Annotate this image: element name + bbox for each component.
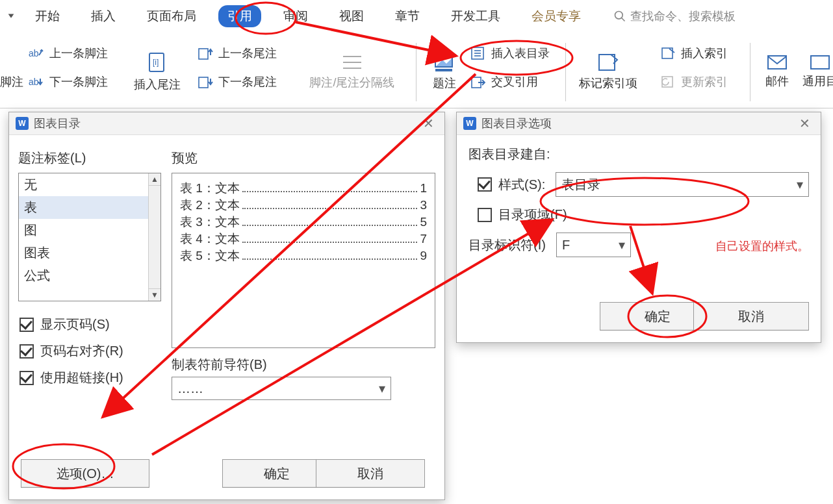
svg-point-0 xyxy=(615,12,623,19)
insert-tof-icon xyxy=(470,46,486,60)
menu-devtools[interactable]: 开发工具 xyxy=(442,5,509,27)
insert-index-button[interactable]: 插入索引 xyxy=(660,45,728,61)
endnote-next-icon xyxy=(198,75,213,89)
preview-box: 表 1：文本1 表 2：文本3 表 3：文本5 表 4：文本7 表 5：文本9 xyxy=(172,173,435,348)
checkbox-entry-field[interactable]: 目录项域(F) xyxy=(478,206,567,223)
dialog1-title: 图表目录 xyxy=(34,116,81,131)
mail-button[interactable]: 邮件 xyxy=(759,42,795,101)
general-label: 通用目 xyxy=(802,73,833,89)
app-menubar: 开始 插入 页面布局 引用 审阅 视图 章节 开发工具 会员专享 查找命令、搜索… xyxy=(0,0,833,32)
scroll-up-icon[interactable]: ▲ xyxy=(149,173,160,186)
list-item[interactable]: 表 xyxy=(19,196,160,219)
dropdown-caret-icon[interactable] xyxy=(6,12,16,21)
footnote-separator-label: 脚注/尾注分隔线 xyxy=(309,75,394,90)
svg-text:[i]: [i] xyxy=(153,58,159,67)
preview-row-label: 表 3：文本 xyxy=(180,214,240,231)
app-icon: W xyxy=(463,117,476,130)
prev-footnote-button[interactable]: ab 上一条脚注 xyxy=(29,45,108,61)
checkbox-show-page-label: 显示页码(S) xyxy=(40,316,110,333)
menu-review[interactable]: 审阅 xyxy=(274,5,317,27)
insert-endnote-button[interactable]: [i] 插入尾注 xyxy=(134,42,181,101)
menu-sections[interactable]: 章节 xyxy=(386,5,429,27)
ok-button[interactable]: 确定 xyxy=(222,459,331,488)
checkbox-icon xyxy=(19,371,34,385)
svg-line-1 xyxy=(622,18,625,21)
list-item[interactable]: 图 xyxy=(19,219,160,242)
checkbox-right-align-label: 页码右对齐(R) xyxy=(40,342,123,360)
checkbox-style[interactable]: 样式(S): xyxy=(478,176,545,194)
identifier-value: F xyxy=(562,238,570,253)
menu-member[interactable]: 会员专享 xyxy=(522,5,590,27)
prev-endnote-button[interactable]: 上一条尾注 xyxy=(198,45,277,61)
menu-insert[interactable]: 插入 xyxy=(82,5,125,27)
footnote-separator-button[interactable]: 脚注/尾注分隔线 xyxy=(300,42,404,101)
footnote-prev-icon: ab xyxy=(29,46,44,60)
svg-rect-23 xyxy=(811,56,829,69)
mark-index-button[interactable]: 标记索引项 xyxy=(574,42,642,101)
preview-row-label: 表 4：文本 xyxy=(180,231,240,247)
list-item[interactable]: 图表 xyxy=(19,242,160,264)
mail-label: 邮件 xyxy=(765,73,789,89)
list-item[interactable]: 公式 xyxy=(19,264,160,287)
style-select[interactable]: 表目录 ▾ xyxy=(556,172,809,197)
scroll-down-icon[interactable]: ▼ xyxy=(149,288,160,301)
red-annotation-text: 自己设置的样式。 xyxy=(715,238,809,254)
next-endnote-button[interactable]: 下一条尾注 xyxy=(198,74,277,90)
app-icon: W xyxy=(16,117,29,130)
general-icon xyxy=(809,54,831,71)
general-button[interactable]: 通用目 xyxy=(803,42,833,101)
cross-ref-button[interactable]: 交叉引用 xyxy=(470,74,538,90)
prev-footnote-label: 上一条脚注 xyxy=(49,45,108,61)
svg-rect-21 xyxy=(662,77,673,87)
chevron-down-icon: ▾ xyxy=(797,177,803,192)
dialog1-titlebar[interactable]: W 图表目录 ✕ xyxy=(9,112,444,135)
preview-row-page: 5 xyxy=(420,215,427,229)
caption-label-heading: 题注标签(L) xyxy=(18,149,86,167)
checkbox-right-align[interactable]: 页码右对齐(R) xyxy=(19,342,123,360)
footnote-tail-text: 脚注 xyxy=(0,74,23,90)
menu-layout[interactable]: 页面布局 xyxy=(138,5,205,27)
checkbox-icon xyxy=(478,208,492,222)
insert-tof-button[interactable]: 插入表目录 xyxy=(470,45,550,61)
menu-view[interactable]: 视图 xyxy=(330,5,373,27)
checkbox-show-page[interactable]: 显示页码(S) xyxy=(19,316,123,333)
command-search-placeholder: 查找命令、搜索模板 xyxy=(630,8,736,24)
caption-icon xyxy=(433,52,455,73)
preview-heading: 预览 xyxy=(172,149,198,167)
checkbox-use-link-label: 使用超链接(H) xyxy=(40,369,123,386)
caption-button[interactable]: 题注 xyxy=(425,42,464,101)
command-search[interactable]: 查找命令、搜索模板 xyxy=(613,8,736,24)
options-button[interactable]: 选项(O)… xyxy=(21,459,149,488)
menu-home[interactable]: 开始 xyxy=(26,5,69,27)
insert-endnote-icon: [i] xyxy=(146,51,169,74)
mark-index-label: 标记索引项 xyxy=(579,75,637,91)
checkbox-use-link[interactable]: 使用超链接(H) xyxy=(19,369,123,386)
tab-leader-select[interactable]: …… ▾ xyxy=(172,377,391,400)
style-value: 表目录 xyxy=(561,176,600,194)
dialog1-close-button[interactable]: ✕ xyxy=(419,116,438,131)
checkbox-style-label: 样式(S): xyxy=(498,176,545,194)
ribbon: ab 上一条脚注 脚注 ab 下一条脚注 [i] 插入尾注 上一条尾注 下一条尾… xyxy=(0,36,833,108)
dialog2-titlebar[interactable]: W 图表目录选项 ✕ xyxy=(457,112,821,135)
dialog2-close-button[interactable]: ✕ xyxy=(795,116,814,131)
menu-references[interactable]: 引用 xyxy=(218,5,261,27)
svg-rect-22 xyxy=(768,56,786,69)
svg-rect-7 xyxy=(199,77,208,88)
footnote-next-icon: ab xyxy=(29,75,44,89)
tab-leader-heading: 制表符前导符(B) xyxy=(172,356,267,373)
caption-label-listbox[interactable]: 无 表 图 图表 公式 ▲ ▼ xyxy=(18,173,161,301)
cancel-button[interactable]: 取消 xyxy=(316,459,425,488)
footnote-tail-label[interactable]: 脚注 xyxy=(0,74,23,90)
cross-ref-label: 交叉引用 xyxy=(491,74,538,90)
list-item[interactable]: 无 xyxy=(19,173,160,196)
update-index-button[interactable]: 更新索引 xyxy=(660,74,728,90)
chevron-down-icon: ▾ xyxy=(619,237,625,253)
insert-index-label: 插入索引 xyxy=(681,45,728,61)
cancel-button[interactable]: 取消 xyxy=(693,302,809,331)
identifier-select[interactable]: F ▾ xyxy=(556,233,632,257)
svg-rect-6 xyxy=(199,49,208,59)
preview-row-page: 9 xyxy=(420,249,427,263)
checkbox-icon xyxy=(19,318,34,332)
listbox-scrollbar[interactable]: ▲ ▼ xyxy=(148,173,160,301)
next-footnote-button[interactable]: ab 下一条脚注 xyxy=(29,74,108,90)
